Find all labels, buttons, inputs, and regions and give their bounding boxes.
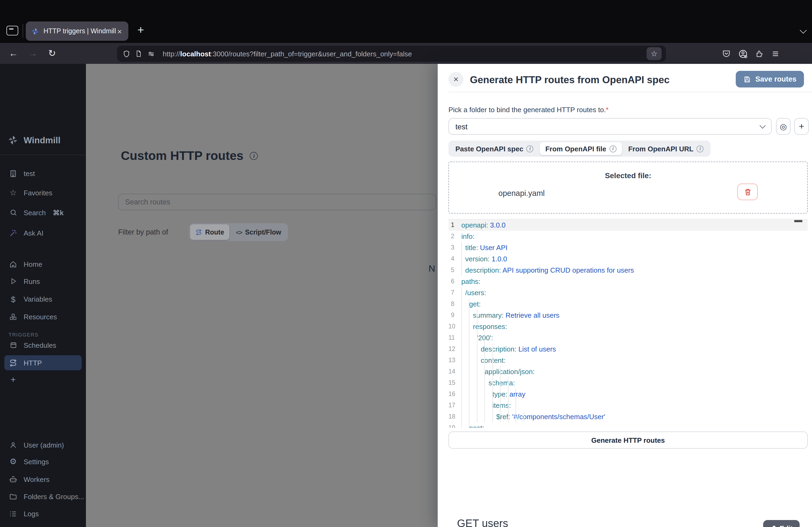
generate-routes-button[interactable]: Generate HTTP routes <box>448 432 808 449</box>
code-line: 13 content: <box>448 355 808 366</box>
gear-icon: ⚙ <box>9 457 18 466</box>
code-line: 4 version: 1.0.0 <box>448 253 808 265</box>
list-tabs-chevron-icon[interactable] <box>800 27 807 33</box>
sidebar-item-schedules[interactable]: Schedules <box>4 337 82 352</box>
page-info-icon[interactable] <box>134 49 143 59</box>
sidebar-item-workspace[interactable]: test <box>4 166 82 181</box>
route-name: GET users <box>457 517 508 527</box>
code-line: 8 get: <box>448 298 808 310</box>
building-icon <box>9 169 18 178</box>
extensions-puzzle-icon[interactable] <box>752 47 766 61</box>
save-routes-button[interactable]: Save routes <box>736 71 804 88</box>
openapi-drawer: × Generate HTTP routes from OpenAPI spec… <box>438 64 812 527</box>
windmill-logo-text: Windmill <box>24 135 60 145</box>
sidebar-item-ask-ai[interactable]: Ask AI <box>4 225 82 240</box>
pencil-icon: ✎ <box>770 524 776 527</box>
code-line: 5 description: API supporting CRUD opera… <box>448 265 808 276</box>
tab-from-file[interactable]: From OpenAPI filei <box>540 142 622 155</box>
sidebar-item-settings[interactable]: ⚙ Settings <box>4 454 82 469</box>
selected-file-name: openapi.yaml <box>498 189 545 197</box>
code-line: 2info: <box>448 231 808 242</box>
drawer-title: Generate HTTP routes from OpenAPI spec <box>470 74 670 86</box>
sidebar-item-runs[interactable]: Runs <box>4 274 82 289</box>
chevron-down-icon <box>760 122 766 129</box>
bookmark-star-icon[interactable]: ☆ <box>647 47 662 60</box>
sidebar-item-favorites[interactable]: ☆ Favorites <box>4 185 82 200</box>
code-line: 7 /users: <box>448 287 808 298</box>
shield-icon[interactable] <box>121 49 131 59</box>
required-asterisk: * <box>606 106 608 114</box>
folder-select[interactable]: test <box>448 118 772 135</box>
code-line: 1openapi: 3.0.0 <box>448 220 808 231</box>
back-button[interactable]: ← <box>6 47 20 60</box>
remove-file-button[interactable] <box>737 183 758 200</box>
account-icon[interactable] <box>736 47 750 61</box>
tab-paste-spec[interactable]: Paste OpenAPI speci <box>450 142 539 155</box>
home-icon <box>9 259 18 269</box>
search-routes-input[interactable]: Search routes <box>118 194 436 210</box>
code-line: 17 items: <box>448 400 808 411</box>
tab-from-url[interactable]: From OpenAPI URLi <box>623 142 709 155</box>
sidebar-item-home[interactable]: Home <box>4 257 82 272</box>
windmill-logo[interactable]: Windmill <box>8 135 60 146</box>
sidebar-item-workers[interactable]: Workers <box>4 472 82 487</box>
toggle-route[interactable]: Route <box>190 224 230 240</box>
tab-close-icon[interactable]: × <box>116 27 123 36</box>
sidebar-add-trigger-button[interactable]: + <box>4 373 82 388</box>
drawer-close-button[interactable]: × <box>448 72 463 87</box>
folder-picker-label: Pick a folder to bind the generated HTTP… <box>448 106 608 114</box>
sidebar-item-logs[interactable]: Logs <box>4 506 82 521</box>
list-icon <box>9 509 18 518</box>
info-icon[interactable]: i <box>250 152 258 160</box>
code-brackets-icon: <> <box>236 229 242 235</box>
selected-file-box: Selected file: openapi.yaml <box>448 162 808 214</box>
toggle-script-flow[interactable]: <> Script/Flow <box>231 224 287 240</box>
url-bar[interactable]: http://localhost:3000/routes?filter_path… <box>117 46 666 62</box>
filter-label: Filter by path of <box>118 228 168 236</box>
path-filter-toggle: Route <> Script/Flow <box>189 223 288 241</box>
code-line: 19 post: <box>448 422 808 428</box>
sidebar-item-http[interactable]: HTTP <box>4 355 82 370</box>
sidebar-item-folders-groups[interactable]: Folders & Groups... <box>4 489 82 504</box>
person-icon <box>9 440 18 450</box>
sidebar-item-resources[interactable]: Resources <box>4 309 82 324</box>
browser-tab-bar: HTTP triggers | Windmill × + <box>0 0 812 43</box>
sidebar-item-search[interactable]: Search ⌘k <box>4 205 82 220</box>
reload-button[interactable]: ↻ <box>45 47 59 60</box>
url-text[interactable]: http://localhost:3000/routes?filter_path… <box>163 50 647 58</box>
pocket-icon[interactable] <box>719 47 733 61</box>
dollar-icon: $ <box>9 295 18 303</box>
permissions-sliders-icon[interactable] <box>146 49 156 59</box>
code-line: 6paths: <box>448 276 808 287</box>
browser-window: HTTP triggers | Windmill × + ← → ↻ http:… <box>0 0 812 527</box>
sidebar: Windmill test ☆ Favorites Search ⌘k Ask … <box>0 64 86 527</box>
robot-icon <box>9 475 18 484</box>
windmill-logo-icon <box>8 135 18 146</box>
view-folder-button[interactable]: ◎ <box>776 118 791 135</box>
info-icon: i <box>610 145 617 152</box>
save-icon <box>743 75 751 83</box>
code-line: 16 type: array <box>448 389 808 400</box>
folder-icon <box>9 492 18 501</box>
code-editor[interactable]: 1openapi: 3.0.02info:3 title: User API4 … <box>448 219 808 428</box>
code-line: 14 application/json: <box>448 366 808 377</box>
forward-button[interactable]: → <box>26 47 40 60</box>
triggers-section-label: TRIGGERS <box>9 332 39 337</box>
scrollbar-thumb[interactable] <box>794 220 802 222</box>
browser-tab[interactable]: HTTP triggers | Windmill × <box>26 21 128 41</box>
sidebar-item-variables[interactable]: $ Variables <box>4 291 82 306</box>
add-folder-button[interactable]: + <box>794 118 809 135</box>
info-icon: i <box>526 145 534 152</box>
hamburger-menu-icon[interactable]: ≡ <box>768 47 782 61</box>
code-lines: 1openapi: 3.0.02info:3 title: User API4 … <box>448 220 808 428</box>
edit-route-button[interactable]: ✎Edit <box>763 520 800 527</box>
info-icon: i <box>697 145 704 152</box>
app-content: Windmill test ☆ Favorites Search ⌘k Ask … <box>0 64 812 527</box>
sidebar-item-user[interactable]: User (admin) <box>4 437 82 452</box>
star-icon: ☆ <box>9 188 18 197</box>
firefox-view-icon[interactable] <box>6 26 18 35</box>
new-tab-button[interactable]: + <box>133 24 148 36</box>
search-placeholder: Search routes <box>125 198 170 206</box>
route-icon <box>195 229 202 235</box>
empty-state-text: N <box>429 264 435 274</box>
